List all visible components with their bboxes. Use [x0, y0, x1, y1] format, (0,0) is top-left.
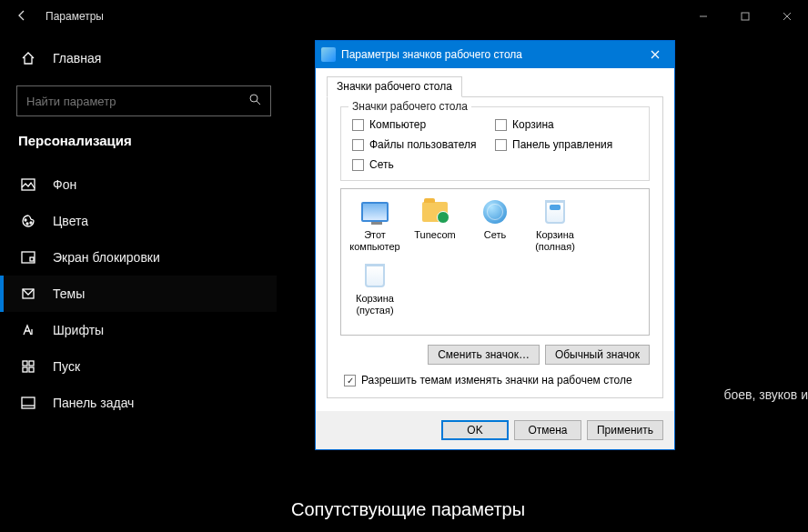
nav-taskbar[interactable]: Панель задач: [0, 385, 277, 421]
ok-button[interactable]: OK: [441, 420, 509, 440]
search-input[interactable]: [26, 95, 248, 108]
checkbox-computer[interactable]: Компьютер: [352, 118, 495, 131]
truncated-text: боев, звуков и: [723, 387, 808, 402]
lockscreen-icon: [20, 249, 36, 266]
nav-label: Шрифты: [53, 323, 104, 337]
nav-label: Панель задач: [53, 396, 134, 410]
network-icon: [480, 198, 510, 226]
dialog-close-button[interactable]: [636, 41, 674, 68]
svg-rect-10: [29, 361, 34, 366]
window-title: Параметры: [45, 10, 104, 23]
svg-rect-0: [742, 13, 749, 20]
icon-item-this-pc[interactable]: Этот компьютер: [347, 198, 403, 253]
checkbox-allow-themes[interactable]: Разрешить темам изменять значки на рабоч…: [344, 374, 650, 386]
apply-button[interactable]: Применить: [587, 420, 663, 440]
nav-label: Пуск: [53, 359, 80, 374]
icon-item-tunecom[interactable]: Tunecom: [407, 198, 463, 253]
svg-point-3: [25, 219, 26, 221]
nav-label: Фон: [53, 177, 76, 192]
svg-rect-13: [22, 397, 35, 408]
icon-item-bin-empty[interactable]: Корзина (пустая): [347, 262, 403, 316]
nav-home[interactable]: Главная: [0, 40, 277, 76]
svg-point-4: [26, 223, 28, 225]
search-icon: [248, 93, 261, 109]
nav-label: Экран блокировки: [53, 250, 160, 265]
icon-item-bin-full[interactable]: Корзина (полная): [527, 198, 583, 253]
svg-point-5: [30, 222, 32, 224]
nav-label: Цвета: [53, 214, 88, 228]
taskbar-icon: [20, 395, 36, 411]
checkbox-user-files[interactable]: Файлы пользователя: [352, 138, 495, 151]
svg-rect-11: [23, 367, 27, 372]
svg-rect-12: [29, 367, 34, 372]
nav-background[interactable]: Фон: [0, 166, 277, 203]
icon-preview-list[interactable]: Этот компьютер Tunecom Сеть Корзина (пол…: [340, 188, 650, 336]
desktop-icon-settings-dialog: Параметры значков рабочего стола Значки …: [315, 40, 675, 450]
nav-colors[interactable]: Цвета: [0, 203, 277, 239]
icon-item-network[interactable]: Сеть: [467, 198, 523, 253]
checkbox-network[interactable]: Сеть: [352, 158, 638, 171]
tab-desktop-icons[interactable]: Значки рабочего стола: [327, 76, 462, 97]
nav-start[interactable]: Пуск: [0, 348, 277, 385]
user-folder-icon: [419, 198, 450, 226]
nav-fonts[interactable]: Шрифты: [0, 312, 277, 348]
search-input-wrap[interactable]: [16, 85, 271, 116]
svg-rect-7: [30, 257, 34, 261]
svg-rect-9: [23, 361, 27, 366]
cancel-button[interactable]: Отмена: [514, 420, 581, 440]
fonts-icon: [20, 322, 36, 338]
checkbox-recycle-bin[interactable]: Корзина: [495, 118, 638, 131]
computer-icon: [359, 198, 390, 226]
svg-point-1: [250, 95, 258, 102]
sidebar: Главная Персонализация Фон Цвета Экран б…: [0, 33, 291, 532]
nav-label: Темы: [53, 286, 85, 301]
back-button[interactable]: [11, 9, 33, 25]
dialog-title-text: Параметры значков рабочего стола: [341, 48, 522, 61]
change-icon-button[interactable]: Сменить значок…: [428, 345, 540, 365]
recycle-bin-empty-icon: [359, 262, 390, 289]
palette-icon: [20, 213, 36, 229]
desktop-icons-group: Значки рабочего стола Компьютер Корзина …: [340, 106, 650, 181]
themes-icon: [20, 286, 36, 302]
maximize-button[interactable]: [724, 0, 766, 33]
nav-home-label: Главная: [53, 51, 101, 65]
recycle-bin-full-icon: [540, 198, 571, 226]
nav-lockscreen[interactable]: Экран блокировки: [0, 239, 277, 276]
minimize-button[interactable]: [682, 0, 724, 33]
start-icon: [20, 358, 36, 375]
dialog-titlebar[interactable]: Параметры значков рабочего стола: [316, 41, 674, 68]
default-icon-button[interactable]: Обычный значок: [545, 345, 650, 365]
picture-icon: [20, 176, 36, 193]
dialog-icon: [321, 47, 336, 62]
nav-themes[interactable]: Темы: [0, 276, 277, 312]
related-header: Сопутствующие параметры: [291, 499, 525, 520]
checkbox-control-panel[interactable]: Панель управления: [495, 138, 638, 151]
sidebar-category: Персонализация: [0, 133, 277, 159]
home-icon: [20, 50, 36, 66]
close-button[interactable]: [766, 0, 808, 33]
group-title: Значки рабочего стола: [348, 100, 471, 113]
